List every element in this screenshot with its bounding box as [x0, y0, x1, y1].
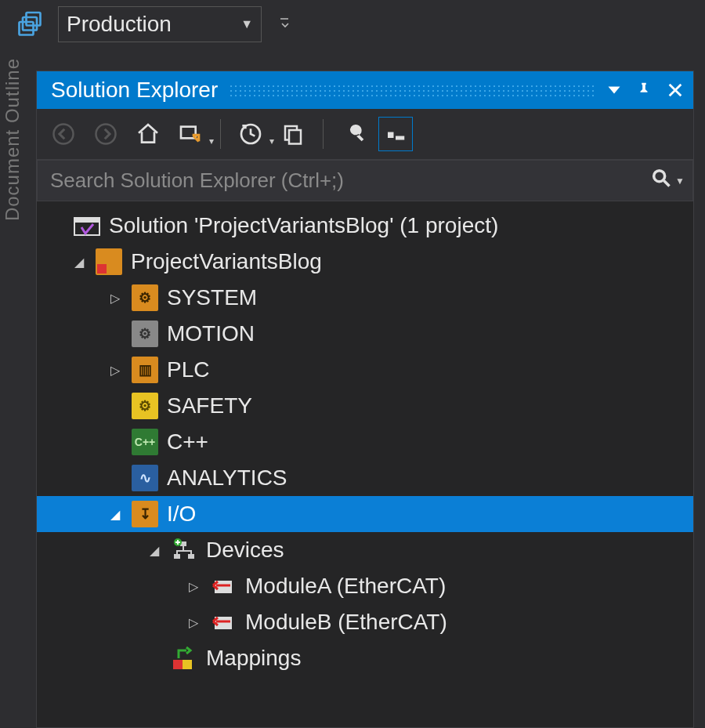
tree-node-analytics[interactable]: ∿ ANALYTICS	[37, 460, 693, 496]
system-icon: ⚙	[131, 284, 159, 312]
solution-icon	[73, 212, 101, 240]
solution-explorer-panel: Solution Explorer	[36, 71, 694, 728]
svg-rect-21	[183, 660, 192, 669]
svg-rect-13	[74, 218, 99, 223]
expander-expanded-icon[interactable]: ◢	[107, 507, 123, 522]
panel-grip[interactable]	[229, 82, 596, 98]
expander-expanded-icon[interactable]: ◢	[146, 543, 162, 558]
tree-node-module-a[interactable]: ▷ ModuleA (EtherCAT)	[37, 568, 693, 604]
expander-collapsed-icon[interactable]: ▷	[186, 579, 201, 594]
svg-rect-10	[396, 136, 404, 140]
plc-icon: ▥	[131, 356, 159, 384]
close-icon[interactable]	[667, 81, 684, 99]
tree-label: Devices	[206, 538, 284, 563]
tree-node-cpp[interactable]: C++ C++	[37, 424, 693, 460]
toolbar-separator	[220, 119, 221, 149]
expander-collapsed-icon[interactable]: ▷	[107, 363, 123, 378]
pending-changes-button[interactable]	[233, 117, 268, 151]
analytics-icon: ∿	[131, 464, 159, 492]
collapse-all-button[interactable]	[378, 117, 413, 151]
svg-rect-15	[174, 554, 180, 559]
svg-point-4	[96, 125, 116, 144]
window-menu-icon[interactable]	[607, 83, 621, 97]
nav-forward-button[interactable]	[89, 117, 123, 151]
sync-with-active-button[interactable]	[173, 117, 208, 151]
configuration-dropdown[interactable]: Production ▼	[58, 6, 262, 42]
tree-label: Mappings	[206, 646, 301, 671]
ethercat-device-icon	[209, 608, 237, 636]
io-icon: ↧	[131, 500, 159, 528]
panel-title: Solution Explorer	[51, 78, 218, 103]
tree-node-safety[interactable]: ⚙ SAFETY	[37, 388, 693, 424]
expander-collapsed-icon[interactable]: ▷	[186, 615, 201, 630]
tree-label: ModuleB (EtherCAT)	[245, 610, 447, 635]
tree-node-motion[interactable]: ⚙ MOTION	[37, 316, 693, 352]
panel-toolbar	[37, 109, 693, 160]
toolbar-overflow-icon[interactable]	[276, 14, 298, 34]
tree-node-io[interactable]: ◢ ↧ I/O	[37, 496, 693, 532]
configuration-dropdown-value: Production	[67, 12, 172, 37]
safety-icon: ⚙	[131, 392, 159, 420]
tree-solution[interactable]: Solution 'ProjectVariantsBlog' (1 projec…	[37, 208, 693, 244]
devices-icon	[170, 536, 198, 564]
tree-project[interactable]: ◢ ProjectVariantsBlog	[37, 244, 693, 280]
tree-label: MOTION	[167, 321, 255, 346]
document-outline-tab[interactable]: Document Outline	[2, 50, 24, 229]
search-icon[interactable]	[650, 167, 672, 194]
chevron-down-icon: ▼	[240, 17, 253, 31]
tree-node-module-b[interactable]: ▷ ModuleB (EtherCAT)	[37, 604, 693, 640]
tree-node-plc[interactable]: ▷ ▥ PLC	[37, 352, 693, 388]
cpp-icon: C++	[131, 428, 159, 456]
ethercat-device-icon	[209, 572, 237, 600]
svg-point-3	[54, 125, 74, 144]
tree-label: ModuleA (EtherCAT)	[245, 574, 446, 599]
tree-label: ProjectVariantsBlog	[131, 249, 322, 274]
chevron-down-icon[interactable]: ▼	[675, 176, 685, 187]
tree-label: ANALYTICS	[167, 465, 287, 491]
solution-tree: Solution 'ProjectVariantsBlog' (1 projec…	[37, 201, 693, 727]
motion-icon: ⚙	[131, 320, 159, 348]
tree-label: I/O	[167, 502, 196, 527]
variants-stack-icon[interactable]	[16, 10, 44, 38]
toolbar-separator	[323, 119, 324, 149]
mappings-icon	[170, 644, 198, 672]
show-all-files-button[interactable]	[276, 117, 310, 151]
project-icon	[95, 248, 123, 276]
svg-rect-16	[188, 554, 194, 559]
nav-back-button[interactable]	[46, 117, 81, 151]
tree-node-mappings[interactable]: Mappings	[37, 640, 693, 676]
properties-button[interactable]	[336, 117, 371, 151]
search-box[interactable]: Search Solution Explorer (Ctrl+;) ▼	[37, 160, 693, 201]
tree-label: PLC	[167, 357, 209, 382]
pin-icon[interactable]	[635, 81, 653, 99]
expander-collapsed-icon[interactable]: ▷	[107, 291, 123, 306]
svg-rect-1	[23, 17, 37, 31]
search-placeholder: Search Solution Explorer (Ctrl+;)	[50, 168, 344, 193]
svg-rect-9	[388, 132, 394, 139]
tree-node-devices[interactable]: ◢ Devices	[37, 532, 693, 568]
tree-label: SYSTEM	[167, 285, 257, 310]
home-button[interactable]	[131, 117, 165, 151]
tree-label: Solution 'ProjectVariantsBlog' (1 projec…	[109, 213, 498, 238]
tree-label: SAFETY	[167, 393, 252, 418]
panel-header: Solution Explorer	[37, 71, 693, 109]
tree-node-system[interactable]: ▷ ⚙ SYSTEM	[37, 280, 693, 316]
svg-point-11	[654, 171, 665, 182]
svg-rect-8	[289, 130, 301, 144]
tree-label: C++	[167, 429, 208, 455]
top-toolbar: Production ▼	[0, 0, 705, 53]
svg-rect-20	[173, 660, 183, 669]
expander-expanded-icon[interactable]: ◢	[71, 255, 87, 270]
